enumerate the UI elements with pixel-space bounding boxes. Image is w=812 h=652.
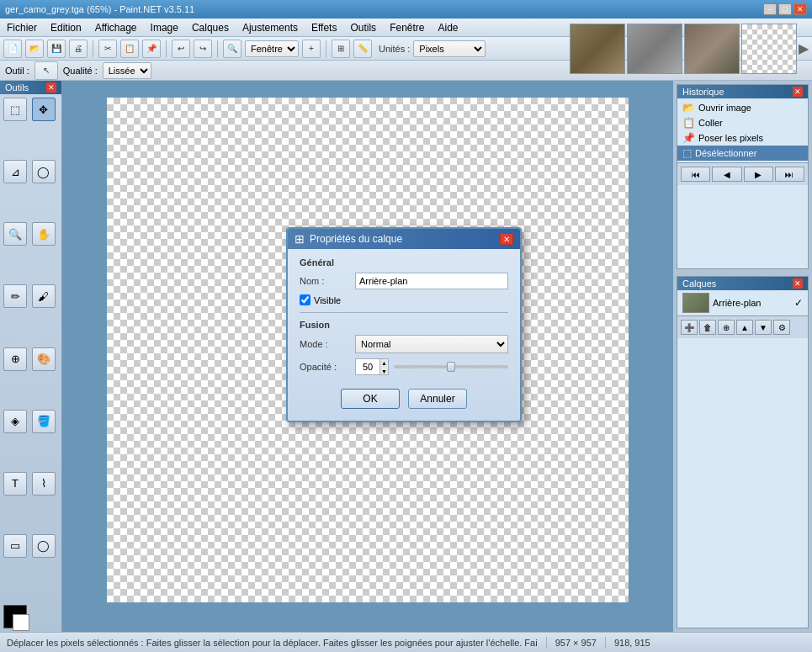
layer-props-dialog: ⊞ Propriétés du calque ✕ Général Nom : V… xyxy=(286,227,522,422)
ok-button[interactable]: OK xyxy=(341,389,400,409)
history-last-button[interactable]: ⏭ xyxy=(775,167,804,182)
layer-up-button[interactable]: ▲ xyxy=(736,320,753,335)
separator1 xyxy=(93,40,93,57)
history-item-deselect[interactable]: ⬚ Désélectionner xyxy=(677,146,808,161)
menu-image[interactable]: Image xyxy=(144,19,185,36)
copy-button[interactable]: 📋 xyxy=(120,40,139,58)
menu-aide[interactable]: Aide xyxy=(431,19,464,36)
text-tool[interactable]: T xyxy=(3,472,27,496)
save-button[interactable]: 💾 xyxy=(47,40,66,58)
thumb1[interactable] xyxy=(570,24,625,74)
menu-fenetre[interactable]: Fenêtre xyxy=(383,19,431,36)
gradient-tool[interactable]: ◈ xyxy=(3,410,27,433)
visible-checkbox[interactable] xyxy=(300,294,310,305)
brush-tool[interactable]: 🖌 xyxy=(32,284,56,308)
history-deselect-label: Désélectionner xyxy=(695,148,756,158)
foreground-color[interactable] xyxy=(3,605,27,628)
layer-visibility-icon[interactable]: ✓ xyxy=(794,297,803,309)
menu-outils[interactable]: Outils xyxy=(343,19,383,36)
open-button[interactable]: 📂 xyxy=(25,40,44,58)
tools-close-button[interactable]: ✕ xyxy=(46,82,56,93)
layers-buttons: ➕ 🗑 ⊕ ▲ ▼ ⚙ xyxy=(677,315,808,338)
history-item-paste[interactable]: 📋 Coller xyxy=(677,115,808,130)
history-item-open[interactable]: 📂 Ouvrir image xyxy=(677,100,808,115)
layers-close-button[interactable]: ✕ xyxy=(793,278,803,289)
history-prev-button[interactable]: ◀ xyxy=(712,167,741,182)
pencil-tool[interactable]: ✏ xyxy=(3,284,27,308)
curve-tool[interactable]: ⌇ xyxy=(32,472,56,496)
history-close-button[interactable]: ✕ xyxy=(793,87,803,97)
layers-panel: Calques ✕ Arrière-plan ✓ ➕ 🗑 ⊕ ▲ ▼ ⚙ xyxy=(677,276,809,628)
pan-tool[interactable]: ✋ xyxy=(32,222,56,246)
mode-row: Mode : Normal Multiplier Screen xyxy=(300,335,508,353)
close-button[interactable]: ✕ xyxy=(793,3,807,15)
move-tool[interactable]: ✥ xyxy=(32,98,56,121)
thumb3[interactable] xyxy=(684,24,740,74)
recolor-tool[interactable]: 🎨 xyxy=(32,347,56,371)
history-open-icon: 📂 xyxy=(682,102,695,114)
history-first-button[interactable]: ⏮ xyxy=(681,167,710,182)
cancel-button[interactable]: Annuler xyxy=(408,389,467,409)
layer-props-button[interactable]: ⚙ xyxy=(773,320,790,335)
name-row: Nom : xyxy=(300,273,508,289)
name-input[interactable] xyxy=(355,273,508,289)
zoom-out-button[interactable]: 🔍 xyxy=(223,40,241,58)
opacity-input[interactable] xyxy=(356,359,379,374)
grid-button[interactable]: ⊞ xyxy=(332,40,350,58)
separator2 xyxy=(166,40,167,57)
dialog-title-label: Propriétés du calque xyxy=(310,233,402,245)
layer-delete-button[interactable]: 🗑 xyxy=(699,320,716,335)
zoom-in-button[interactable]: + xyxy=(302,40,321,58)
status-sep1 xyxy=(546,637,547,649)
ellipse-shape-tool[interactable]: ◯ xyxy=(32,534,56,558)
ellipse-select-tool[interactable]: ◯ xyxy=(32,160,56,183)
menu-affichage[interactable]: Affichage xyxy=(88,19,144,36)
select-rect-tool[interactable]: ⬚ xyxy=(3,98,27,121)
history-next-button[interactable]: ▶ xyxy=(744,167,773,182)
thumb2[interactable] xyxy=(627,24,682,74)
layer-duplicate-button[interactable]: ⊕ xyxy=(718,320,735,335)
opacity-up-button[interactable]: ▲ xyxy=(380,358,388,367)
new-button[interactable]: 📄 xyxy=(3,40,22,58)
history-panel: Historique ✕ 📂 Ouvrir image 📋 Coller 📌 P… xyxy=(677,84,809,269)
zoom-select[interactable]: Fenêtre 100% 65% xyxy=(245,40,299,57)
thumb-more-button[interactable]: ▶ xyxy=(799,40,809,56)
zoom-tool[interactable]: 🔍 xyxy=(3,222,27,246)
history-poser-label: Poser les pixels xyxy=(698,133,763,143)
menu-calques[interactable]: Calques xyxy=(185,19,236,36)
opacity-down-button[interactable]: ▼ xyxy=(380,367,388,375)
units-select[interactable]: Pixels Centimètres xyxy=(413,40,486,57)
paste-button[interactable]: 📌 xyxy=(142,40,161,58)
tool-arrow-button[interactable]: ↖ xyxy=(34,61,58,80)
menu-effets[interactable]: Effets xyxy=(305,19,343,36)
visible-label: Visible xyxy=(314,295,341,305)
menu-edition[interactable]: Edition xyxy=(44,19,88,36)
maximize-button[interactable]: □ xyxy=(778,3,792,15)
menu-ajustements[interactable]: Ajustements xyxy=(236,19,305,36)
layer-item-background[interactable]: Arrière-plan ✓ xyxy=(677,290,808,315)
mode-label: Mode : xyxy=(300,339,350,349)
menu-fichier[interactable]: Fichier xyxy=(0,19,44,36)
mode-select[interactable]: Normal Multiplier Screen xyxy=(355,335,508,353)
history-buttons: ⏮ ◀ ▶ ⏭ xyxy=(677,162,808,185)
rect-shape-tool[interactable]: ▭ xyxy=(3,534,27,558)
window-title: ger_camo_grey.tga (65%) - Paint.NET v3.5… xyxy=(5,4,763,14)
fill-tool[interactable]: 🪣 xyxy=(32,410,56,433)
visible-row: Visible xyxy=(300,294,508,305)
minimize-button[interactable]: – xyxy=(763,3,777,15)
clone-tool[interactable]: ⊕ xyxy=(3,347,27,371)
layer-down-button[interactable]: ▼ xyxy=(755,320,772,335)
history-item-poser[interactable]: 📌 Poser les pixels xyxy=(677,130,808,146)
redo-button[interactable]: ↪ xyxy=(194,40,212,58)
rulers-button[interactable]: 📏 xyxy=(353,40,372,58)
lasso-tool[interactable]: ⊿ xyxy=(3,160,27,183)
opacity-row: Opacité : ▲ ▼ xyxy=(300,358,508,375)
print-button[interactable]: 🖨 xyxy=(69,40,88,58)
opacity-slider[interactable] xyxy=(394,365,508,368)
undo-button[interactable]: ↩ xyxy=(172,40,190,58)
dialog-close-button[interactable]: ✕ xyxy=(500,233,513,245)
cut-button[interactable]: ✂ xyxy=(98,40,117,58)
quality-select[interactable]: Lissée Aucun xyxy=(103,62,151,79)
main-toolbar: 📄 📂 💾 🖨 ✂ 📋 📌 ↩ ↪ 🔍 Fenêtre 100% 65% + ⊞… xyxy=(0,37,812,61)
layer-add-button[interactable]: ➕ xyxy=(681,320,698,335)
